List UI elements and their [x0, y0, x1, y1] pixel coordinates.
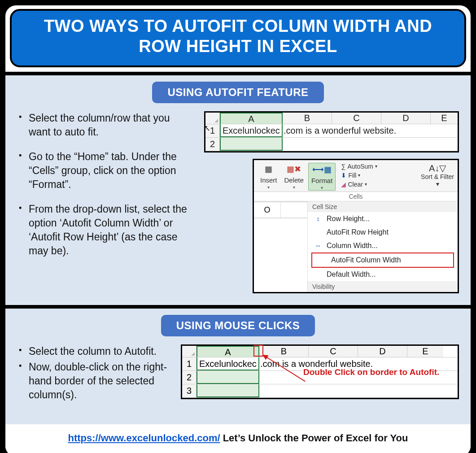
sort-filter-button: A↓▽ Sort & Filter▾	[421, 163, 454, 187]
excel-sheet-snippet: Double Click on border to Autofit. A B C…	[181, 344, 459, 399]
row-header: 1	[182, 357, 197, 370]
column-header: A	[220, 113, 283, 124]
format-cells-icon: ⟷▦	[314, 163, 330, 176]
illustration-column: ↖ A B C D E 1 Excelunlockec .com is a wo…	[204, 111, 459, 293]
step-item: From the drop-down list, select the opti…	[17, 202, 193, 258]
section-heading: USING MOUSE CLICKS	[161, 315, 315, 336]
autosum-icon: ∑	[341, 163, 345, 170]
highlight-box	[253, 345, 263, 357]
row-header: 3	[182, 384, 197, 397]
format-dropdown-menu: Cell Size ↕Row Height... AutoFit Row Hei…	[308, 201, 458, 292]
excel-ribbon-snippet: ▦ Insert▾ ▦✖ Delete▾ ⟷▦ Format▾ ∑ Auto	[253, 159, 459, 293]
steps-list: Select the column/row that you want to a…	[17, 111, 193, 269]
row-header: 2	[205, 138, 220, 151]
cell-a1-left: Excelunlockec	[197, 357, 259, 370]
menu-item-autofit-column: AutoFit Column Width	[311, 253, 454, 268]
illustration-column: Double Click on border to Autofit. A B C…	[181, 344, 459, 399]
steps-list: Select the column to Autofit. Now, doubl…	[17, 344, 170, 413]
section-heading: USING AUTOFIT FEATURE	[152, 82, 323, 103]
footer-tagline: Let’s Unlock the Power of Excel for You	[220, 432, 408, 444]
footer: https://www.excelunlocked.com/ Let’s Unl…	[5, 424, 471, 453]
column-header: C	[332, 113, 381, 124]
column-header: A	[197, 346, 259, 357]
footer-link[interactable]: https://www.excelunlocked.com/	[68, 432, 220, 444]
step-item: Select the column to Autofit.	[17, 344, 170, 358]
menu-section-header: Visibility	[308, 281, 458, 292]
sort-filter-icon: A↓▽	[429, 163, 446, 174]
infographic-card: TWO WAYS TO AUTOFIT COLUMN WIDTH AND ROW…	[4, 4, 472, 453]
column-header: C	[309, 346, 358, 357]
column-header: E	[431, 113, 458, 124]
format-button: ⟷▦ Format▾	[308, 163, 336, 191]
section-mouse-clicks: USING MOUSE CLICKS Select the column to …	[5, 305, 471, 424]
select-all-corner	[182, 346, 197, 357]
column-width-icon: ↔	[314, 242, 322, 249]
cell-a2	[220, 138, 283, 151]
cell-a3	[197, 384, 259, 397]
section-autofit-feature: USING AUTOFIT FEATURE Select the column/…	[5, 72, 471, 305]
cell-a2	[197, 371, 259, 384]
step-item: Select the column/row that you want to a…	[17, 111, 193, 139]
column-header: D	[381, 113, 431, 124]
menu-item-default-width: Default Width...	[308, 268, 458, 281]
title-banner: TWO WAYS TO AUTOFIT COLUMN WIDTH AND ROW…	[10, 9, 466, 67]
delete-button: ▦✖ Delete▾	[282, 163, 306, 190]
menu-item-autofit-row: AutoFit Row Height	[308, 226, 458, 239]
editing-group: ∑ AutoSum ▾ ⬇ Fill ▾ ◢ Clear ▾	[341, 163, 377, 188]
row-label: O	[254, 202, 281, 218]
column-header: E	[407, 346, 443, 357]
menu-item-row-height: ↕Row Height...	[308, 212, 458, 226]
cell-overflow-text: .com is a wonderful website.	[283, 124, 458, 137]
cells-group-label: Cells	[254, 192, 458, 201]
delete-cells-icon: ▦✖	[286, 163, 301, 175]
menu-item-column-width: ↔Column Width...	[308, 239, 458, 253]
cell-a1-left: Excelunlockec	[220, 124, 283, 137]
row-height-icon: ↕	[314, 215, 322, 222]
insert-button: ▦ Insert▾	[258, 163, 280, 190]
column-header: D	[358, 346, 407, 357]
step-item: Go to the “Home” tab. Under the “Cells” …	[17, 150, 193, 192]
annotation-text: Double Click on border to Autofit.	[303, 367, 439, 377]
step-item: Now, double-click on the right-hand bord…	[17, 360, 170, 402]
cursor-icon: ↖	[204, 123, 210, 133]
column-header: B	[283, 113, 332, 124]
row-header: 2	[182, 371, 197, 384]
fill-icon: ⬇	[341, 172, 346, 179]
menu-section-header: Cell Size	[308, 201, 458, 212]
select-all-corner	[205, 113, 220, 124]
clear-icon: ◢	[341, 181, 346, 188]
page-title: TWO WAYS TO AUTOFIT COLUMN WIDTH AND ROW…	[21, 16, 455, 57]
insert-cells-icon: ▦	[261, 163, 276, 175]
excel-sheet-snippet: ↖ A B C D E 1 Excelunlockec .com is a wo…	[204, 111, 459, 152]
